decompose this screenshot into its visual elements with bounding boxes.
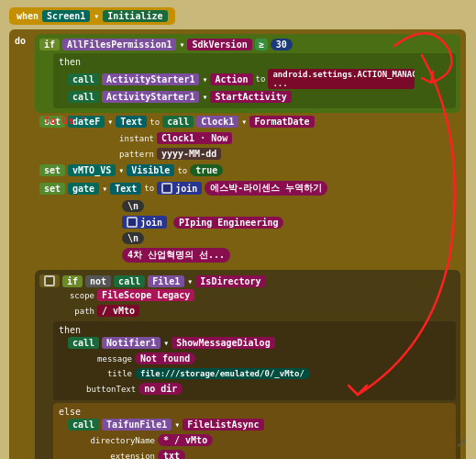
notifier1[interactable]: Notifier1	[102, 337, 161, 349]
if1-then: then call ActivityStarter1 ▾ Action to a…	[53, 53, 456, 108]
text-prop2[interactable]: Text	[110, 183, 141, 195]
if1-component[interactable]: AllFilesPermission1	[62, 39, 176, 50]
as1-start[interactable]: StartActivity	[210, 91, 291, 103]
else-label: else	[59, 407, 450, 417]
if1-op: ≥	[255, 39, 268, 50]
ext-label: extension	[86, 452, 155, 460]
action-value: android.settings.ACTION_MANAGE_ALL_FILES…	[268, 69, 415, 89]
to-label: to	[256, 74, 266, 84]
join-block: join	[157, 182, 202, 195]
msg-val: Not found	[135, 353, 195, 364]
if1-if-label: if	[39, 39, 60, 50]
instant-label: instant	[113, 134, 154, 143]
path-val: / vMto	[97, 305, 139, 317]
pattern-val: yyyy-MM-dd	[157, 148, 221, 160]
ext-val: txt	[158, 450, 185, 459]
call-keyword: call	[162, 116, 194, 128]
set-vmto-row: set vMTO_VS ▾ Visible to true	[39, 164, 460, 176]
call-label2: call	[68, 91, 99, 103]
call-notifier: call	[68, 337, 99, 349]
isdir-method[interactable]: IsDirectory	[195, 275, 265, 287]
join-items: \n join PIping Engineering \n 4차 산업혁명의 선…	[122, 200, 460, 264]
dirname-val: * / vMto	[158, 434, 213, 446]
piping-val: PIping Engineering	[173, 217, 283, 229]
if2-block: if not call File1 ▾ IsDirectory scope Fi…	[35, 270, 460, 459]
call-taifun: call	[68, 419, 99, 431]
btn-label: buttonText	[86, 385, 136, 394]
join2: join	[122, 216, 167, 229]
as1-component[interactable]: ActivityStarter1	[102, 73, 199, 85]
title-label: title	[86, 369, 132, 378]
vmto-var[interactable]: vMTO_VS	[68, 164, 116, 176]
taifun-params: directoryName * / vMto extension txt inc…	[86, 434, 450, 459]
path-label: path	[58, 307, 94, 316]
if2-label: if	[62, 275, 83, 287]
msg-label: message	[86, 354, 132, 364]
newline1: \n	[122, 200, 144, 212]
if2-else: else call TaifunFile1 ▾ FileListAsync	[53, 403, 456, 459]
set-keyword2: set	[39, 164, 65, 176]
then-label: then	[59, 57, 81, 67]
event-block[interactable]: Initialize	[103, 10, 167, 22]
when-block: when Screen1 ▾ Initialize	[9, 7, 175, 28]
join2-checkbox[interactable]	[127, 217, 138, 228]
visible-prop[interactable]: Visible	[127, 164, 174, 176]
join-checkbox[interactable]	[161, 183, 172, 194]
else-content: call TaifunFile1 ▾ FileListAsync directo…	[68, 419, 450, 459]
format-date[interactable]: FormatDate	[249, 116, 314, 128]
then2-label: then	[59, 325, 450, 335]
gate-var[interactable]: gate	[68, 183, 99, 195]
expand-symbol: ⤢	[456, 435, 467, 450]
dot-sep: ▾	[94, 11, 99, 21]
when-label: when	[17, 11, 39, 21]
file1-comp[interactable]: File1	[148, 275, 184, 287]
do-wrapper: do if AllFilesPermission1 ▾ SdkVersion ≥	[9, 29, 466, 459]
newline2: \n	[122, 232, 144, 244]
true-val: true	[190, 164, 223, 176]
btn-val: no dir	[138, 383, 183, 395]
taifun-comp[interactable]: TaifunFile1	[102, 419, 172, 431]
screen-component[interactable]: Screen1	[42, 10, 90, 22]
text-prop[interactable]: Text	[116, 116, 147, 128]
if1-method[interactable]: SdkVersion	[187, 39, 251, 50]
license-val: 에스박-라이센스 누역하기	[205, 181, 327, 196]
call-label1: call	[68, 73, 99, 85]
scope-label: scope	[58, 291, 94, 300]
if2-then: then call Notifier1 ▾ ShowMessageDialog …	[53, 321, 456, 400]
then2-content: call Notifier1 ▾ ShowMessageDialog messa…	[68, 337, 450, 397]
dirname-label: directoryName	[86, 436, 155, 445]
set-gate-row: set gate ▾ Text to join 에스박-라이센스 누역하기	[39, 181, 460, 196]
pattern-label: pattern	[113, 150, 154, 159]
as1-component2[interactable]: ActivityStarter1	[102, 91, 199, 103]
scope-val: FileScope Legacy	[97, 289, 194, 301]
show-msg[interactable]: ShowMessageDialog	[172, 337, 274, 349]
clock1-comp[interactable]: Clock1	[196, 116, 238, 128]
call-label3: call	[114, 275, 145, 287]
if1-block: if AllFilesPermission1 ▾ SdkVersion ≥ 30	[35, 34, 460, 113]
set-keyword3: set	[39, 183, 65, 195]
title-val: file:///storage/emulated/0/_vMto/	[135, 368, 310, 379]
do-label: do	[15, 36, 31, 46]
expand-icon[interactable]: ⤢	[456, 435, 467, 450]
if1-value: 30	[271, 39, 293, 50]
industry-val: 4차 산업혁명의 선...	[122, 248, 230, 263]
clock-now[interactable]: Clock1 · Now	[157, 132, 232, 144]
filelist-method[interactable]: FileListAsync	[183, 419, 263, 431]
set-datef-row: set dateF ▾ Text to call Clock1 ▾ Format…	[39, 116, 460, 128]
not-label: not	[85, 275, 111, 287]
datef-var[interactable]: dateF	[68, 116, 105, 128]
notifier1-params: message Not found title file:///storage/…	[86, 353, 450, 397]
canvas: when Screen1 ▾ Initialize do if AllFiles…	[0, 0, 476, 459]
isdir-params: scope FileScope Legacy path / vMto	[58, 289, 456, 319]
as1-action[interactable]: Action	[210, 73, 252, 85]
set-keyword: set	[39, 116, 65, 128]
checkbox2[interactable]	[39, 274, 60, 287]
formatdate-params: instant Clock1 · Now pattern yyyy-MM-dd	[113, 132, 460, 162]
